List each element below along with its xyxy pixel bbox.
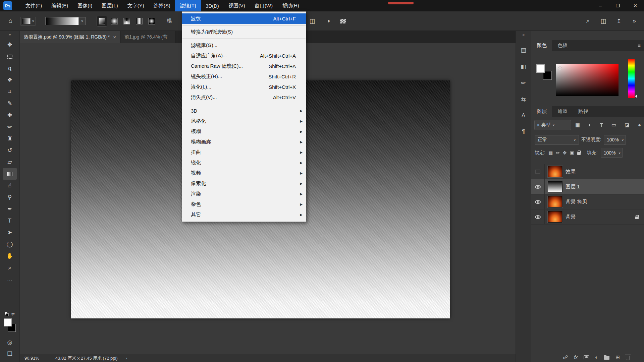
radial-gradient-button[interactable] <box>109 16 119 26</box>
dither-icon[interactable]: ◑ <box>324 17 333 24</box>
filter-pixel-layers-icon[interactable]: ▣ <box>575 122 580 128</box>
default-colors-icon[interactable] <box>5 312 9 316</box>
panel-tab[interactable]: 色板 <box>552 40 573 51</box>
brush-settings-panel-icon[interactable]: ✏ <box>521 79 526 86</box>
color-field-marker[interactable] <box>558 67 561 70</box>
menubar-item[interactable]: 窗口(W) <box>250 0 277 11</box>
menubar-item[interactable]: 文件(F) <box>21 0 47 11</box>
menubar-item[interactable]: 帮助(H) <box>277 0 304 11</box>
filter-submenu-item[interactable]: 锐化 ▶ <box>182 158 306 168</box>
layer-visibility-toggle[interactable] <box>531 209 545 224</box>
lock-all-icon[interactable] <box>577 152 581 155</box>
saturation-brightness-field[interactable] <box>556 64 619 96</box>
layer-visibility-toggle[interactable] <box>531 179 545 194</box>
hand-tool[interactable]: ✋ <box>3 250 17 262</box>
filter-submenu-item[interactable]: 渲染 ▶ <box>182 189 306 199</box>
filter-menu-item[interactable]: 镜头校正(R)... Shift+Ctrl+R <box>182 71 306 82</box>
filter-type-layers-icon[interactable]: T <box>600 122 603 128</box>
brush-tool[interactable]: ✏ <box>3 121 17 133</box>
zoom-level[interactable]: 90.91% <box>24 356 42 361</box>
filter-adjustment-layers-icon[interactable]: ◐ <box>588 122 591 128</box>
layer-row[interactable]: 图层 1 <box>531 179 644 194</box>
layer-row[interactable]: 背景 拷贝 <box>531 194 644 209</box>
diamond-gradient-button[interactable] <box>147 16 157 26</box>
adjustments-panel-icon[interactable]: ◧ <box>521 63 526 70</box>
swap-colors-icon[interactable]: ⇄ <box>11 312 15 316</box>
gradient-tool[interactable] <box>3 168 17 180</box>
menubar-item[interactable]: 视图(V) <box>224 0 250 11</box>
layer-row[interactable]: 背景 <box>531 209 644 225</box>
crop-tool[interactable]: ⌗ <box>3 86 17 98</box>
menubar-item[interactable]: 编辑(E) <box>47 0 73 11</box>
reflected-gradient-button[interactable] <box>134 16 144 26</box>
blend-mode-select[interactable]: 正常 ∨ <box>535 135 579 145</box>
filter-submenu-item[interactable]: 杂色 ▶ <box>182 199 306 209</box>
new-group-icon[interactable] <box>604 356 609 360</box>
minimize-button[interactable]: – <box>592 0 609 11</box>
panel-tab[interactable]: 图层 <box>531 106 552 117</box>
zoom-tool[interactable]: ⌕ <box>3 262 17 274</box>
path-selection-tool[interactable]: ➤ <box>3 227 17 238</box>
filter-menu-item[interactable]: Camera Raw 滤镜(C)... Shift+Ctrl+A <box>182 61 306 71</box>
fill-select[interactable]: 100% ∨ <box>601 148 623 158</box>
history-brush-tool[interactable]: ↺ <box>3 144 17 156</box>
document-tab[interactable]: 前1.jpg @ 76.4% (背 <box>120 31 175 43</box>
lock-image-pixels-icon[interactable]: ✏ <box>556 150 560 156</box>
foreground-color-swatch[interactable] <box>4 318 12 326</box>
link-layers-icon[interactable]: ☍ <box>563 354 568 360</box>
share-icon[interactable]: ↥ <box>614 17 623 25</box>
filter-menu-item[interactable]: 转换为智能滤镜(S) <box>182 27 306 37</box>
quick-mask-icon[interactable]: ◎ <box>7 337 12 348</box>
menubar-item[interactable]: 图像(I) <box>73 0 97 11</box>
filter-submenu-item[interactable]: 风格化 ▶ <box>182 116 306 126</box>
opacity-icon[interactable]: ◫ <box>308 17 317 25</box>
properties-panel-icon[interactable]: ▤ <box>521 47 526 54</box>
lock-artboard-icon[interactable]: ▣ <box>570 150 574 156</box>
layer-visibility-toggle[interactable] <box>531 194 545 209</box>
layer-filter-type-select[interactable]: ⌕ 类型 ∨ <box>534 120 571 130</box>
filter-submenu-item[interactable]: 视频 ▶ <box>182 168 306 178</box>
panel-menu-icon[interactable]: ≡ <box>638 43 641 48</box>
delete-layer-icon[interactable] <box>626 356 630 360</box>
hue-slider[interactable] <box>628 59 635 98</box>
tab-close-icon[interactable]: × <box>113 34 116 40</box>
lock-position-icon[interactable]: ✥ <box>563 150 567 156</box>
restore-button[interactable]: ❐ <box>609 0 627 11</box>
filter-shape-layers-icon[interactable]: ▭ <box>611 122 616 128</box>
more-tools[interactable]: … <box>3 274 17 285</box>
menubar-item[interactable]: 选择(S) <box>149 0 175 11</box>
clone-source-panel-icon[interactable]: ⇆ <box>521 96 526 103</box>
more-options-icon[interactable]: » <box>630 17 639 24</box>
dodge-tool[interactable]: ⚲ <box>3 191 17 203</box>
shape-tool[interactable]: ◯ <box>3 238 17 250</box>
panels-collapse-icon[interactable]: « <box>522 33 525 39</box>
layer-visibility-toggle[interactable] <box>531 164 545 179</box>
tool-preset-picker[interactable]: ∨ <box>20 17 36 25</box>
menubar-item[interactable]: 文字(Y) <box>123 0 149 11</box>
status-options-chevron[interactable]: › <box>126 356 127 361</box>
clone-stamp-tool[interactable]: ♜ <box>3 133 17 144</box>
layer-style-icon[interactable]: fx <box>574 355 578 360</box>
smudge-tool[interactable]: ☝ <box>3 180 17 191</box>
search-icon[interactable]: ⌕ <box>584 17 592 24</box>
filter-smart-objects-icon[interactable]: ◪ <box>625 122 629 128</box>
workspace-icon[interactable]: ◫ <box>599 17 608 25</box>
paragraph-panel-icon[interactable]: ¶ <box>522 128 525 135</box>
panel-tab[interactable]: 路径 <box>573 106 594 117</box>
character-panel-icon[interactable]: A <box>522 112 525 119</box>
filter-submenu-item[interactable]: 像素化 ▶ <box>182 178 306 189</box>
quick-selection-tool[interactable]: ❖ <box>3 74 17 86</box>
menubar-item[interactable]: 滤镜(T) <box>175 0 201 11</box>
transparency-checkerboard-icon[interactable] <box>340 19 346 23</box>
filter-submenu-item[interactable]: 扭曲 ▶ <box>182 147 306 158</box>
layer-filter-toggle[interactable]: ● <box>638 122 641 128</box>
linear-gradient-button[interactable] <box>97 16 107 26</box>
new-layer-icon[interactable]: ⊞ <box>615 354 620 360</box>
angle-gradient-button[interactable] <box>122 16 132 26</box>
filter-submenu-item[interactable]: 3D ▶ <box>182 106 306 116</box>
panel-tab[interactable]: 通道 <box>552 106 573 117</box>
filter-menu-item[interactable]: 波纹 Alt+Ctrl+F <box>182 13 306 24</box>
adjustment-layer-icon[interactable]: ◐ <box>595 354 598 360</box>
hue-slider-marker[interactable] <box>635 95 637 98</box>
filter-menu-item[interactable]: 消失点(V)... Alt+Ctrl+V <box>182 92 306 103</box>
